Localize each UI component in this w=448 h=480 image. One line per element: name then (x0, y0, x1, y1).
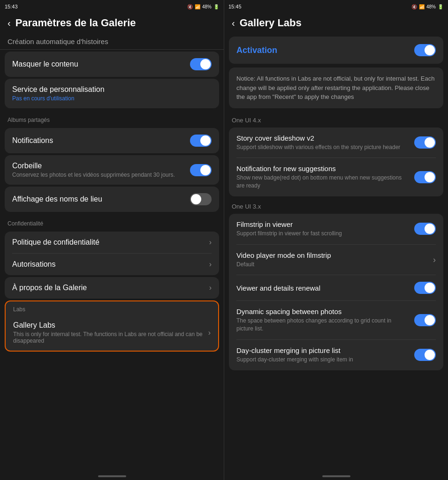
video-player-chevron: › (433, 255, 436, 265)
battery-icon: 🔋 (213, 4, 219, 9)
right-mute-icon: 🔇 (411, 4, 417, 9)
politique-chevron: › (209, 238, 212, 247)
left-back-button[interactable]: ‹ (8, 18, 11, 29)
right-back-button[interactable]: ‹ (232, 18, 235, 29)
dynamic-spacing-item[interactable]: Dynamic spacing between photos The space… (229, 301, 443, 339)
partial-top-item: Création automatique d'histoires (0, 35, 224, 50)
video-player-title: Video player mode on filmstrip (236, 251, 428, 259)
masquer-toggle[interactable] (190, 58, 212, 70)
corbeille-toggle[interactable] (190, 164, 212, 176)
labs-chevron: › (208, 329, 211, 337)
right-panel: 15:45 🔇 📶 48% 🔋 ‹ Gallery Labs Activatio… (224, 0, 448, 480)
activation-card[interactable]: Activation (229, 37, 443, 64)
corbeille-sub: Conservez les photos et les vidéos suppr… (12, 172, 190, 178)
left-status-icons: 🔇 📶 48% 🔋 (187, 4, 219, 9)
notifications-item[interactable]: Notifications (5, 128, 219, 153)
section-conf: Confidentialité (0, 214, 224, 230)
conf-group: Politique de confidentialité › Autorisat… (5, 232, 219, 275)
battery-left: 48% (202, 4, 212, 9)
notification-suggestions-sub: Show new badge(red dot) on bottom menu w… (236, 174, 410, 190)
masquer-content-item[interactable]: Masquer le contenu (5, 52, 219, 77)
filmstrip-viewer-toggle[interactable] (414, 223, 436, 235)
left-page-title: Paramètres de la Galerie (15, 17, 136, 29)
autorisations-chevron: › (209, 260, 212, 269)
filmstrip-viewer-title: Filmstrip in viewer (236, 220, 410, 228)
autorisations-item[interactable]: Autorisations › (5, 254, 219, 275)
story-cover-toggle[interactable] (414, 136, 436, 149)
story-cover-item[interactable]: Story cover slideshow v2 Support slidesh… (229, 128, 443, 158)
wifi-icon: 📶 (195, 4, 200, 9)
filmstrip-viewer-item[interactable]: Filmstrip in viewer Support filmstrip in… (229, 214, 443, 244)
left-time: 15:43 (5, 4, 18, 9)
mute-icon: 🔇 (187, 4, 193, 9)
notification-suggestions-item[interactable]: Notification for new suggestions Show ne… (229, 158, 443, 196)
ui4-group: Story cover slideshow v2 Support slidesh… (229, 128, 443, 196)
activation-toggle[interactable] (414, 44, 436, 56)
left-content: Création automatique d'histoires Masquer… (0, 35, 224, 472)
notice-card: Notice: All functions in Labs are not of… (229, 68, 443, 108)
section-albums: Albums partagés (0, 110, 224, 126)
video-player-item[interactable]: Video player mode on filmstrip Default › (229, 245, 443, 275)
notification-suggestions-toggle[interactable] (414, 171, 436, 183)
right-page-title: Gallery Labs (240, 17, 302, 29)
right-time: 15:45 (228, 4, 242, 9)
right-status-bar: 15:45 🔇 📶 48% 🔋 (224, 0, 448, 13)
labs-section-label: Labs (6, 301, 218, 315)
viewer-details-toggle[interactable] (414, 282, 436, 294)
right-battery-icon: 🔋 (438, 4, 443, 9)
right-battery: 48% (426, 4, 436, 9)
day-cluster-toggle[interactable] (414, 349, 436, 361)
personnalisation-title: Service de personnalisation (12, 85, 212, 94)
gallery-labs-title: Gallery Labs (13, 321, 208, 330)
politique-item[interactable]: Politique de confidentialité › (5, 232, 219, 253)
section-ui4: One UI 4.x (224, 112, 448, 126)
viewer-details-item[interactable]: Viewer and details renewal (229, 275, 443, 300)
video-player-sub: Default (236, 261, 428, 269)
apropos-chevron: › (209, 284, 212, 292)
gallery-labs-sub: This is only for internal test. The func… (13, 331, 208, 344)
apropos-item[interactable]: À propos de la Galerie › (5, 277, 219, 299)
masquer-title: Masquer le contenu (12, 60, 190, 68)
notification-suggestions-title: Notification for new suggestions (236, 165, 410, 172)
activation-label: Activation (236, 45, 277, 55)
day-cluster-title: Day-cluster merging in picture list (236, 346, 410, 354)
right-wifi-icon: 📶 (419, 4, 425, 9)
corbeille-item[interactable]: Corbeille Conservez les photos et les vi… (5, 155, 219, 185)
notifications-toggle[interactable] (190, 135, 212, 147)
story-cover-title: Story cover slideshow v2 (236, 134, 410, 142)
notice-text: Notice: All functions in Labs are not of… (236, 74, 436, 102)
left-status-bar: 15:43 🔇 📶 48% 🔋 (0, 0, 224, 13)
viewer-details-title: Viewer and details renewal (236, 284, 410, 292)
autorisations-title: Autorisations (12, 260, 209, 269)
dynamic-spacing-sub: The space between photos changes accordi… (236, 317, 410, 333)
affichage-item[interactable]: Affichage des noms de lieu (5, 187, 219, 212)
affichage-title: Affichage des noms de lieu (12, 195, 190, 203)
politique-title: Politique de confidentialité (12, 238, 209, 247)
dynamic-spacing-toggle[interactable] (414, 314, 436, 326)
day-cluster-item[interactable]: Day-cluster merging in picture list Supp… (229, 340, 443, 370)
right-status-icons: 🔇 📶 48% 🔋 (411, 4, 443, 9)
affichage-toggle[interactable] (190, 193, 212, 205)
personnalisation-item[interactable]: Service de personnalisation Pas en cours… (5, 79, 219, 108)
notifications-title: Notifications (12, 136, 190, 145)
corbeille-title: Corbeille (12, 162, 190, 170)
dynamic-spacing-title: Dynamic spacing between photos (236, 308, 410, 315)
left-scroll-hint (98, 475, 126, 477)
section-ui3: One UI 3.x (224, 198, 448, 212)
right-scroll-hint (322, 475, 350, 477)
right-content: Activation Notice: All functions in Labs… (224, 35, 448, 472)
labs-section: Labs Gallery Labs This is only for inter… (5, 300, 219, 352)
gallery-labs-item[interactable]: Gallery Labs This is only for internal t… (6, 315, 218, 351)
apropos-title: À propos de la Galerie (12, 284, 209, 292)
story-cover-sub: Support slideshow with various effects o… (236, 143, 410, 151)
personnalisation-sub: Pas en cours d'utilisation (12, 95, 212, 102)
filmstrip-viewer-sub: Support filmstrip in viewer for fast scr… (236, 230, 410, 238)
left-panel: 15:43 🔇 📶 48% 🔋 ‹ Paramètres de la Galer… (0, 0, 224, 480)
day-cluster-sub: Support day-cluster merging with single … (236, 356, 410, 364)
ui3-group: Filmstrip in viewer Support filmstrip in… (229, 214, 443, 370)
